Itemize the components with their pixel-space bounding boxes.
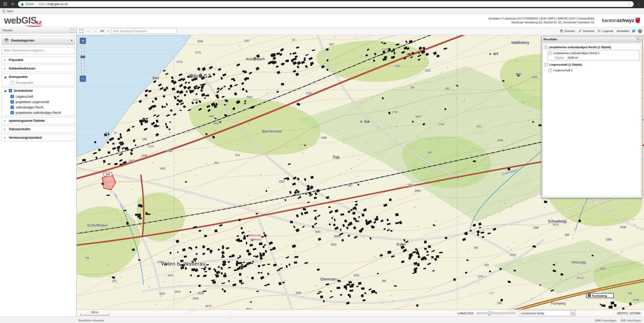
logo-sz: sz: [36, 19, 42, 26]
tree-item-gebäudeadressen[interactable]: ▷Gebäudeadressen: [2, 65, 75, 72]
zoom-slider[interactable]: [81, 45, 84, 74]
tree-item-label: Grenzpunkte: [9, 75, 27, 79]
webgis-logo: webGIS sz: [4, 16, 42, 25]
svg-text:330: 330: [410, 86, 414, 89]
address-bar[interactable]: Sicher | https://map.geo.sz.ch ☆: [18, 1, 634, 7]
expand-triangle-icon[interactable]: ▷: [4, 128, 7, 130]
map-exit-label: Fuchsberg: [586, 293, 613, 298]
tree-collapse-icon[interactable]: −: [544, 63, 548, 66]
tree-item-label: spannungsarme Gebiete: [9, 119, 45, 123]
tree-item-label: Fixpunkte: [9, 58, 23, 62]
results-group-header[interactable]: −Liegenschaft (1 Objekt): [544, 62, 639, 67]
tree-item-toleranzstufen[interactable]: ▷Toleranzstufen: [2, 126, 75, 132]
help-icon[interactable]: ?: [638, 29, 642, 33]
tree-item-grenzpunkte[interactable]: ◢Grenzpunkte: [2, 74, 75, 80]
svg-text:2282: 2282: [279, 180, 285, 183]
tree-child-projektiertes-selbständiges-recht[interactable]: ✓projektiertes selbständiges Recht: [2, 110, 75, 115]
svg-text:1853: 1853: [334, 235, 340, 238]
tree-child-liegenschaft[interactable]: ✓Liegenschaft: [2, 94, 75, 99]
layer-checkbox[interactable]: ✓: [11, 95, 14, 98]
results-group-header[interactable]: −projektiertes selbständiges Recht (1 Ob…: [544, 45, 639, 50]
twitter-icon[interactable]: [631, 28, 636, 34]
sidebar-collapse-button[interactable]: −: [70, 28, 74, 33]
svg-text:1796: 1796: [391, 111, 397, 114]
basemap-caret-icon: ▾: [570, 311, 575, 316]
apps-grid-icon[interactable]: [3, 10, 5, 13]
svg-text:1581: 1581: [394, 65, 400, 67]
opacity-slider-thumb[interactable]: [488, 311, 491, 316]
detail-label: Fläche: [555, 56, 564, 59]
tree-child-grenzpunkte[interactable]: Grenzpunkte: [2, 80, 75, 85]
svg-text:Wilen bei: Wilen bei: [249, 234, 261, 237]
svg-text:2192: 2192: [193, 98, 199, 101]
tree-item-grundstücke[interactable]: ◢✓Grundstücke: [2, 87, 75, 94]
tree-section: ▷Vermessungsstandard: [2, 134, 75, 141]
map-column: ← → ▾ DruckenZeichnenLegendeAnmelden ? 1…: [77, 27, 644, 317]
results-item[interactable]: +Liegenschaft 1: [548, 67, 639, 73]
layer-checkbox[interactable]: ✓: [11, 100, 14, 104]
svg-text:2401: 2401: [160, 167, 166, 170]
svg-text:Obereulen: Obereulen: [320, 277, 337, 281]
forward-icon[interactable]: →: [93, 28, 98, 34]
action-label: Anmelden: [617, 29, 629, 33]
link-icon[interactable]: [100, 28, 105, 34]
expand-triangle-icon[interactable]: ▷: [4, 59, 7, 61]
theme-search-input[interactable]: [2, 47, 75, 54]
results-close-button[interactable]: ×: [636, 37, 640, 41]
svg-text:365: 365: [427, 151, 432, 154]
zoom-slider-handle[interactable]: [81, 56, 85, 58]
browser-menu-icon[interactable]: [3, 2, 8, 6]
kml-hinzufügen[interactable]: KML hinzufügen: [621, 319, 641, 322]
expand-triangle-icon[interactable]: ▷: [4, 119, 7, 122]
mouse-coordinates: 2697972, 1227994: [617, 312, 640, 315]
legal-link[interactable]: Rechtliche Hinweise: [78, 319, 104, 322]
results-item-label: projektiertes selbständiges Recht 1: [554, 52, 600, 55]
tree-child-selbständiges-recht[interactable]: ✓selbständiges Recht: [2, 105, 75, 110]
svg-text:3283: 3283: [606, 238, 612, 241]
tree-item-label: Gebäudeadressen: [9, 67, 35, 70]
svg-text:3787: 3787: [159, 292, 165, 295]
layer-checkbox[interactable]: ✓: [11, 111, 14, 114]
action-drucken[interactable]: Drucken: [560, 29, 575, 33]
zoom-in-button[interactable]: +: [80, 38, 86, 44]
collapse-triangle-icon[interactable]: ◢: [4, 75, 7, 78]
fullscreen-icon[interactable]: [79, 28, 84, 34]
tree-child-label: Grenzpunkte: [16, 81, 33, 85]
results-item[interactable]: +projektiertes selbständiges Recht 1Fläc…: [548, 50, 639, 60]
tree-collapse-icon[interactable]: −: [544, 46, 548, 49]
wms-hinzufügen[interactable]: WMS hinzufügen: [595, 319, 617, 322]
tree-child-label: projektiertes selbständiges Recht: [16, 111, 61, 115]
results-title: Resultate:: [543, 38, 558, 41]
zoom-out-button[interactable]: −: [80, 76, 86, 82]
action-anmelden[interactable]: Anmelden: [617, 29, 629, 33]
result-item-icon[interactable]: +: [549, 69, 552, 72]
opacity-slider[interactable]: [477, 312, 516, 314]
expand-triangle-icon[interactable]: ▷: [4, 67, 7, 70]
tree-item-spannungsarme-gebiete[interactable]: ▷spannungsarme Gebiete: [2, 117, 75, 124]
geocategories-dropdown[interactable]: Geokategorien ▾: [2, 36, 75, 45]
browser-overflow-menu-icon[interactable]: ⋮: [636, 2, 641, 6]
tree-item-vermessungsstandard[interactable]: ▷Vermessungsstandard: [2, 134, 75, 141]
map-search-input[interactable]: [111, 28, 176, 34]
action-legende[interactable]: Legende: [598, 29, 613, 33]
apps-label[interactable]: Apps: [7, 9, 13, 13]
reload-icon[interactable]: ↻: [10, 2, 15, 6]
svg-text:2348: 2348: [141, 154, 147, 157]
tree-item-fixpunkte[interactable]: ▷Fixpunkte: [2, 57, 75, 63]
basemap-select[interactable]: Landeskarte farbig ▾: [519, 310, 575, 316]
svg-text:346: 346: [142, 138, 147, 141]
action-zeichnen[interactable]: Zeichnen: [578, 29, 594, 33]
result-item-icon[interactable]: +: [549, 52, 552, 55]
layer-checkbox[interactable]: ✓: [9, 89, 12, 92]
collapse-triangle-icon[interactable]: ◢: [4, 89, 7, 92]
tree-child-projektierte-liegenschaft[interactable]: ✓projektierte Liegenschaft: [2, 99, 75, 105]
tool-caret-icon[interactable]: ▾: [106, 28, 110, 34]
expand-triangle-icon[interactable]: ▷: [4, 136, 7, 139]
bookmark-star-icon[interactable]: ☆: [627, 2, 631, 6]
layer-checkbox[interactable]: [11, 81, 14, 84]
tree-section: ▷Toleranzstufen: [2, 126, 75, 133]
tree-child-label: Liegenschaft: [16, 95, 33, 98]
layer-checkbox[interactable]: ✓: [11, 106, 14, 109]
svg-text:2584: 2584: [197, 40, 203, 43]
back-icon[interactable]: ←: [86, 28, 91, 34]
